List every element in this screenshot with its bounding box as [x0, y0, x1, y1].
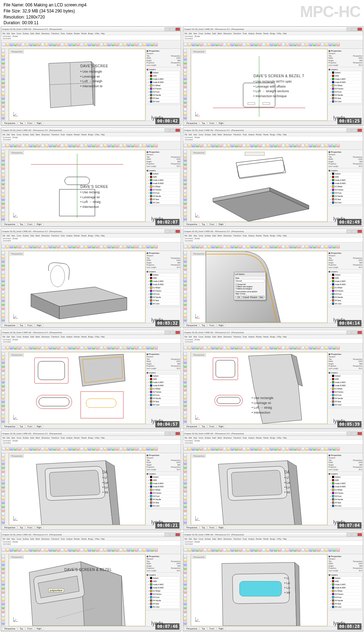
layer-row[interactable]: ✓01 Wheel	[147, 84, 180, 87]
tool-icon[interactable]	[1, 392, 5, 395]
tool-icon[interactable]	[88, 447, 91, 451]
menu-item[interactable]: Panels	[263, 336, 269, 338]
layer-row[interactable]: ✓Inside A AWS	[329, 381, 362, 384]
layer-row[interactable]: ✓Inside B AWS	[147, 182, 180, 185]
menu-item[interactable]: Transform	[51, 336, 59, 338]
layer-row[interactable]: ✓Inside A AWS	[147, 179, 180, 182]
tool-icon[interactable]	[92, 43, 95, 46]
viewport-tab[interactable]: Front	[26, 122, 34, 125]
menu-item[interactable]: Mesh	[36, 538, 40, 540]
layer-row[interactable]: ✓01 Wheel	[147, 488, 180, 492]
tool-icon[interactable]	[10, 245, 13, 248]
tool-icon[interactable]	[215, 346, 219, 350]
menu-item[interactable]: Analyze	[248, 538, 255, 540]
tool-icon[interactable]	[1, 570, 5, 574]
minimize-icon[interactable]	[347, 230, 352, 233]
layer-row[interactable]: ✓AWS	[329, 378, 362, 381]
menu-item[interactable]: View	[193, 133, 197, 136]
tool-icon[interactable]	[258, 548, 262, 552]
tool-icon[interactable]	[53, 43, 56, 46]
tool-icon[interactable]	[231, 144, 234, 147]
tool-icon[interactable]	[25, 43, 29, 46]
tool-icon[interactable]	[285, 144, 289, 147]
tool-icon[interactable]	[115, 447, 119, 451]
viewport-tab[interactable]: Right	[217, 526, 225, 529]
ok-button[interactable]: OK	[235, 296, 242, 299]
cancel-button[interactable]: Cancel	[243, 296, 250, 299]
tool-icon[interactable]	[196, 245, 199, 248]
tool-icon[interactable]	[6, 346, 9, 350]
tool-icon[interactable]	[183, 457, 187, 461]
tool-icon[interactable]	[235, 245, 238, 248]
tool-icon[interactable]	[1, 251, 5, 255]
command-bar[interactable]: Command: _RotateCommand:	[1, 541, 181, 546]
tool-icon[interactable]	[14, 548, 17, 552]
tool-icon[interactable]	[119, 447, 123, 451]
viewport-tab[interactable]: Front	[26, 324, 34, 327]
layer-row[interactable]: ✓05 Seat	[329, 501, 362, 504]
tool-icon[interactable]	[183, 61, 187, 64]
tool-icon[interactable]	[270, 43, 273, 46]
tool-icon[interactable]	[96, 245, 99, 248]
command-bar[interactable]: Command: _RotateCommand:	[183, 35, 363, 40]
tool-icon[interactable]	[107, 447, 111, 451]
layer-row[interactable]: ✓06 Color	[147, 403, 180, 406]
menu-item[interactable]: Render	[74, 133, 80, 136]
layer-row[interactable]: ✓Inside A AWS	[329, 482, 362, 485]
tool-icon[interactable]	[1, 558, 5, 562]
tool-icon[interactable]	[154, 346, 158, 350]
menu-item[interactable]: Curve	[16, 133, 21, 136]
minimize-icon[interactable]	[165, 331, 170, 334]
tool-icon[interactable]	[41, 346, 44, 350]
tool-icon[interactable]	[37, 245, 41, 248]
tool-icon[interactable]	[183, 403, 187, 407]
tool-icon[interactable]	[1, 306, 5, 310]
tool-icon[interactable]	[188, 43, 191, 46]
close-icon[interactable]	[175, 533, 180, 536]
tool-icon[interactable]	[183, 116, 187, 119]
tool-icon[interactable]	[293, 346, 297, 350]
tool-icon[interactable]	[45, 144, 48, 147]
layer-row[interactable]: ✓AWS	[329, 74, 362, 78]
viewport-tab[interactable]: Perspective	[184, 324, 199, 327]
menu-item[interactable]: Analyze	[248, 235, 255, 237]
viewport-tab[interactable]: Top	[200, 627, 207, 630]
menu-item[interactable]: Transform	[233, 538, 241, 540]
menu-item[interactable]: Edit	[7, 32, 10, 35]
layer-row[interactable]: ✓Inside B AWS	[329, 586, 362, 589]
layer-row[interactable]: ✓Inside A AWS	[147, 78, 180, 81]
tool-icon[interactable]	[183, 154, 187, 158]
tool-icon[interactable]	[313, 43, 316, 46]
tool-icon[interactable]	[305, 245, 309, 248]
menu-item[interactable]: Render	[256, 538, 262, 540]
menu-item[interactable]: Surface	[205, 235, 211, 237]
viewport-tab[interactable]: Right	[35, 425, 43, 428]
menu-item[interactable]: Tools	[61, 235, 65, 237]
tool-icon[interactable]	[289, 245, 293, 248]
tool-icon[interactable]	[1, 617, 5, 621]
viewport-tab[interactable]: Top	[18, 627, 25, 630]
tool-icon[interactable]	[1, 497, 5, 500]
viewport-tab[interactable]: Perspective	[184, 425, 199, 428]
tool-icon[interactable]	[183, 411, 187, 415]
menu-item[interactable]: Mesh	[36, 336, 40, 338]
thumbnail[interactable]: Chapter 02-03_finish C4R8 HD - Rhinocero…	[183, 26, 363, 126]
minimize-icon[interactable]	[347, 432, 352, 435]
tool-icon[interactable]	[183, 65, 187, 68]
tool-icon[interactable]	[183, 271, 187, 274]
tool-icon[interactable]	[143, 447, 146, 451]
menu-item[interactable]: Surface	[23, 133, 29, 136]
menu-item[interactable]: V-Ray	[277, 133, 282, 136]
menu-item[interactable]: V-Ray	[277, 336, 282, 338]
thumbnail[interactable]: Chapter 02-03_finish C4R8 HD - Rhinocero…	[1, 532, 181, 631]
menu-item[interactable]: Analyze	[66, 32, 73, 35]
tool-icon[interactable]	[270, 144, 273, 147]
tool-icon[interactable]	[328, 548, 332, 552]
tool-icon[interactable]	[227, 548, 230, 552]
tool-icon[interactable]	[183, 469, 187, 473]
menu-item[interactable]: Edit	[189, 235, 192, 237]
tool-icon[interactable]	[183, 100, 187, 104]
tool-icon[interactable]	[183, 621, 187, 625]
viewport-perspective[interactable]: PerspectiveULeLoInt	[191, 554, 327, 626]
viewport-tab[interactable]: Perspective	[184, 627, 199, 630]
